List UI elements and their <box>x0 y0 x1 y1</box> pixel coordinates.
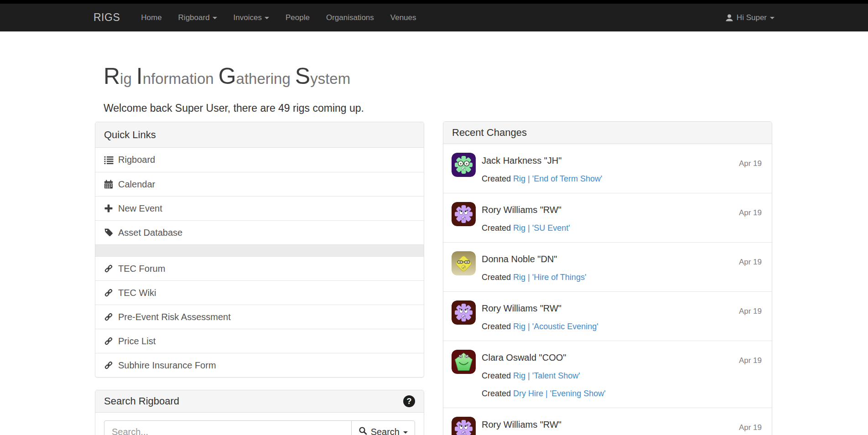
person-name: Rory Williams "RW" <box>482 419 720 430</box>
change-action: Created Rig | 'Acoustic Evening' <box>482 321 720 332</box>
plus-icon <box>104 203 114 213</box>
change-date: Apr 19 <box>739 356 762 365</box>
link-icon <box>104 336 114 346</box>
list-separator <box>95 244 424 256</box>
person-name: Rory Williams "RW" <box>482 204 720 216</box>
nav-item-organisations[interactable]: Organisations <box>318 13 382 22</box>
brand-logo[interactable]: RIGS <box>94 11 120 24</box>
user-menu[interactable]: Hi Super <box>725 13 774 22</box>
quick-links-panel: Quick Links Rigboard Calendar New Event … <box>95 122 424 378</box>
change-date: Apr 19 <box>739 208 762 218</box>
recent-change-row: Jack Harkness "JH" Created Rig | 'End of… <box>443 144 772 193</box>
nav-item-invoices[interactable]: Invoices <box>225 13 277 22</box>
search-icon <box>359 426 367 435</box>
question-circle-icon[interactable]: ? <box>403 395 415 407</box>
quick-link-tec-forum[interactable]: TEC Forum <box>95 256 424 280</box>
chevron-down-icon <box>265 17 269 19</box>
change-link[interactable]: Rig | 'Acoustic Evening' <box>513 322 598 331</box>
calendar-icon <box>104 179 114 189</box>
recent-change-row: Rory Williams "RW" Apr 19 <box>443 408 772 435</box>
quick-link-asset-database[interactable]: Asset Database <box>95 220 424 244</box>
welcome-message: Welcome back Super User, there are 49 ri… <box>104 102 364 114</box>
change-date: Apr 19 <box>739 423 762 432</box>
monster-green-pentagon <box>452 350 476 374</box>
monster-purple-gear <box>452 202 476 226</box>
search-input[interactable] <box>104 420 351 435</box>
search-panel-heading: Search Rigboard ? <box>95 390 424 413</box>
recent-change-row: Donna Noble "DN" Created Rig | 'Hire of … <box>443 242 772 291</box>
nav-item-venues[interactable]: Venues <box>382 13 425 22</box>
main-nav: HomeRigboardInvoicesPeopleOrganisationsV… <box>133 13 424 22</box>
chevron-down-icon <box>403 431 408 434</box>
person-name: Clara Oswald "COO" <box>482 352 720 363</box>
page-title: RigInformationGatheringSystem <box>104 63 355 89</box>
quick-link-pre-event-risk-assessment[interactable]: Pre-Event Risk Assessment <box>95 305 424 329</box>
recent-changes-heading: Recent Changes <box>443 122 772 144</box>
link-icon <box>104 312 114 322</box>
chevron-down-icon <box>213 17 217 19</box>
link-icon <box>104 288 114 298</box>
change-action: Created Dry Hire | 'Evening Show' <box>482 388 720 399</box>
quick-links-list: Rigboard Calendar New Event Asset Databa… <box>95 148 424 377</box>
change-action: Created Rig | 'Hire of Things' <box>482 272 720 283</box>
tag-icon <box>104 228 114 238</box>
quick-link-tec-wiki[interactable]: TEC Wiki <box>95 280 424 305</box>
change-action: Created Rig | 'End of Term Show' <box>482 173 720 184</box>
recent-change-row: Rory Williams "RW" Created Rig | 'SU Eve… <box>443 193 772 242</box>
change-link[interactable]: Rig | 'SU Event' <box>513 223 570 233</box>
search-panel-title: Search Rigboard <box>104 395 179 407</box>
quick-link-calendar[interactable]: Calendar <box>95 172 424 196</box>
person-name: Donna Noble "DN" <box>482 253 720 265</box>
change-link[interactable]: Rig | 'Talent Show' <box>513 371 580 380</box>
top-navbar: RIGS HomeRigboardInvoicesPeopleOrganisat… <box>0 0 868 31</box>
recent-change-row: Rory Williams "RW" Created Rig | 'Acoust… <box>443 291 772 341</box>
change-date: Apr 19 <box>739 307 762 316</box>
nav-item-people[interactable]: People <box>277 13 318 22</box>
list-icon <box>104 155 114 165</box>
change-link[interactable]: Dry Hire | 'Evening Show' <box>513 389 606 398</box>
monster-yellow-diamond <box>452 251 476 275</box>
monster-purple-gear <box>452 417 476 435</box>
search-button-label: Search <box>371 427 400 435</box>
search-button[interactable]: Search <box>351 420 415 435</box>
change-date: Apr 19 <box>739 159 762 168</box>
quick-link-rigboard[interactable]: Rigboard <box>95 148 424 172</box>
link-icon <box>104 360 114 370</box>
recent-changes-title: Recent Changes <box>452 127 527 139</box>
chevron-down-icon <box>770 17 774 19</box>
monster-green-gear <box>452 153 476 177</box>
change-date: Apr 19 <box>739 258 762 267</box>
person-name: Jack Harkness "JH" <box>482 155 720 166</box>
link-icon <box>104 264 114 274</box>
recent-changes-panel: Recent Changes Jack Harkness "JH" Create… <box>443 121 772 435</box>
quick-link-price-list[interactable]: Price List <box>95 329 424 353</box>
quick-link-subhire-insurance-form[interactable]: Subhire Insurance Form <box>95 353 424 377</box>
person-name: Rory Williams "RW" <box>482 302 720 314</box>
user-icon <box>725 14 733 22</box>
change-action: Created Rig | 'Talent Show' <box>482 370 720 381</box>
change-link[interactable]: Rig | 'End of Term Show' <box>513 174 602 183</box>
quick-links-title: Quick Links <box>104 129 156 141</box>
quick-links-heading: Quick Links <box>95 122 424 148</box>
change-action: Created Rig | 'SU Event' <box>482 223 720 233</box>
quick-link-new-event[interactable]: New Event <box>95 196 424 220</box>
nav-item-rigboard[interactable]: Rigboard <box>170 13 225 22</box>
change-link[interactable]: Rig | 'Hire of Things' <box>513 273 586 282</box>
search-rigboard-panel: Search Rigboard ? Search <box>95 390 424 435</box>
user-menu-label: Hi Super <box>737 13 767 22</box>
nav-item-home[interactable]: Home <box>133 13 170 22</box>
monster-purple-gear <box>452 300 476 325</box>
recent-change-row: Clara Oswald "COO" Created Rig | 'Talent… <box>443 341 772 408</box>
recent-changes-list: Jack Harkness "JH" Created Rig | 'End of… <box>443 144 772 435</box>
